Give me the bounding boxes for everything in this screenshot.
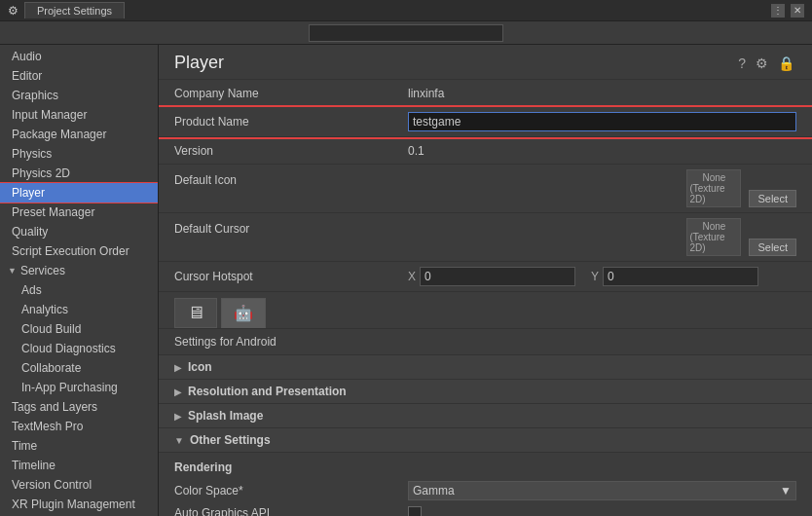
default-cursor-none-text: None bbox=[702, 221, 725, 232]
title-tab[interactable]: Project Settings bbox=[24, 2, 125, 18]
color-space-dropdown[interactable]: Gamma ▼ bbox=[408, 481, 796, 500]
hotspot-y-group: Y bbox=[591, 267, 758, 286]
sidebar-item-quality[interactable]: Quality bbox=[0, 222, 158, 241]
platform-tab-android[interactable]: 🤖 bbox=[221, 298, 266, 328]
platform-tabs: 🖥 🤖 bbox=[159, 292, 812, 329]
auto-graphics-checkbox[interactable] bbox=[408, 506, 422, 516]
color-space-value: Gamma bbox=[413, 484, 455, 498]
settings-icon-button[interactable]: ⚙ bbox=[754, 55, 770, 71]
sidebar-item-analytics[interactable]: Analytics bbox=[0, 300, 158, 319]
main-layout: Audio Editor Graphics Input Manager Pack… bbox=[0, 45, 812, 516]
sidebar-item-editor[interactable]: Editor bbox=[0, 66, 158, 86]
sidebar-group-services-label: Services bbox=[20, 264, 65, 277]
hotspot-y-label: Y bbox=[591, 270, 599, 283]
default-cursor-select-button[interactable]: Select bbox=[749, 239, 796, 256]
sidebar: Audio Editor Graphics Input Manager Pack… bbox=[0, 45, 159, 516]
sidebar-item-physics[interactable]: Physics bbox=[0, 144, 158, 164]
unity-settings-icon: ⚙ bbox=[8, 4, 18, 18]
lock-icon-button[interactable]: 🔒 bbox=[776, 55, 796, 71]
sidebar-item-ads[interactable]: Ads bbox=[0, 280, 158, 300]
dropdown-arrow: ▼ bbox=[780, 484, 792, 498]
sidebar-item-textmesh-pro[interactable]: TextMesh Pro bbox=[0, 417, 158, 436]
default-icon-label: Default Icon bbox=[174, 169, 408, 187]
cursor-hotspot-row: Cursor Hotspot X Y bbox=[159, 262, 812, 292]
sidebar-item-cloud-build[interactable]: Cloud Build bbox=[0, 319, 158, 339]
monitor-icon: 🖥 bbox=[187, 303, 204, 323]
default-icon-row: Default Icon None (Texture 2D) Select bbox=[159, 165, 812, 213]
other-section-triangle: ▼ bbox=[174, 435, 184, 446]
resolution-section-triangle: ▶ bbox=[174, 387, 182, 397]
default-icon-none-text: None bbox=[702, 172, 725, 183]
version-value: 0.1 bbox=[408, 144, 796, 158]
default-cursor-row: Default Cursor None (Texture 2D) Select bbox=[159, 213, 812, 262]
sidebar-group-services[interactable]: ▼ Services bbox=[0, 261, 158, 280]
cursor-hotspot-label: Cursor Hotspot bbox=[174, 270, 408, 283]
sidebar-item-physics-2d[interactable]: Physics 2D bbox=[0, 164, 158, 183]
rendering-section: Rendering Color Space* Gamma ▼ Auto Grap… bbox=[159, 453, 812, 516]
icon-section-title: Icon bbox=[188, 360, 212, 374]
section-other-settings[interactable]: ▼ Other Settings bbox=[159, 428, 812, 453]
hotspot-x-group: X bbox=[408, 267, 575, 286]
color-space-label: Color Space* bbox=[174, 484, 408, 498]
search-input[interactable] bbox=[309, 24, 503, 42]
rendering-title: Rendering bbox=[174, 457, 796, 478]
sidebar-item-graphics[interactable]: Graphics bbox=[0, 86, 158, 105]
sidebar-item-cloud-diagnostics[interactable]: Cloud Diagnostics bbox=[0, 339, 158, 358]
other-section-title: Other Settings bbox=[190, 433, 271, 447]
sidebar-item-player[interactable]: Player bbox=[0, 183, 158, 203]
default-cursor-content: None (Texture 2D) Select bbox=[408, 218, 796, 256]
page-title: Player bbox=[174, 53, 224, 73]
search-bar bbox=[0, 21, 812, 45]
default-icon-select-button[interactable]: Select bbox=[749, 190, 796, 207]
sidebar-item-preset-manager[interactable]: Preset Manager bbox=[0, 203, 158, 222]
sidebar-item-version-control[interactable]: Version Control bbox=[0, 475, 158, 495]
default-cursor-texture2d-text: (Texture 2D) bbox=[689, 232, 738, 253]
section-icon[interactable]: ▶ Icon bbox=[159, 355, 812, 380]
sidebar-item-xr-plugin-management[interactable]: XR Plugin Management bbox=[0, 495, 158, 514]
sidebar-item-tags-and-layers[interactable]: Tags and Layers bbox=[0, 397, 158, 417]
company-name-label: Company Name bbox=[174, 87, 408, 100]
auto-graphics-label: Auto Graphics API bbox=[174, 506, 408, 516]
window-controls: ⋮ ✕ bbox=[771, 4, 804, 18]
section-resolution[interactable]: ▶ Resolution and Presentation bbox=[159, 380, 812, 404]
default-icon-texture2d-text: (Texture 2D) bbox=[689, 183, 738, 204]
content-area: Player ? ⚙ 🔒 Company Name linxinfa Produ… bbox=[159, 45, 812, 516]
company-name-value: linxinfa bbox=[408, 87, 796, 100]
sidebar-item-package-manager[interactable]: Package Manager bbox=[0, 125, 158, 144]
sidebar-item-collaborate[interactable]: Collaborate bbox=[0, 358, 158, 378]
content-header: Player ? ⚙ 🔒 bbox=[159, 45, 812, 80]
hotspot-y-input[interactable] bbox=[603, 267, 758, 286]
icon-section-triangle: ▶ bbox=[174, 362, 182, 373]
close-button[interactable]: ✕ bbox=[791, 4, 804, 18]
sidebar-item-audio[interactable]: Audio bbox=[0, 47, 158, 66]
default-cursor-texture-box: None (Texture 2D) bbox=[686, 218, 741, 256]
android-icon: 🤖 bbox=[234, 304, 253, 322]
help-icon-button[interactable]: ? bbox=[736, 55, 748, 71]
product-name-row: Product Name bbox=[159, 107, 812, 137]
color-space-row: Color Space* Gamma ▼ bbox=[174, 478, 796, 503]
header-icons: ? ⚙ 🔒 bbox=[736, 55, 796, 71]
sidebar-item-in-app-purchasing[interactable]: In-App Purchasing bbox=[0, 378, 158, 397]
default-cursor-label: Default Cursor bbox=[174, 218, 408, 236]
hotspot-x-label: X bbox=[408, 270, 416, 283]
default-icon-texture-box: None (Texture 2D) bbox=[686, 169, 741, 207]
sidebar-item-time[interactable]: Time bbox=[0, 436, 158, 456]
menu-button[interactable]: ⋮ bbox=[771, 4, 785, 18]
product-name-input[interactable] bbox=[408, 112, 796, 131]
title-bar: ⚙ Project Settings ⋮ ✕ bbox=[0, 0, 812, 21]
sidebar-item-input-manager[interactable]: Input Manager bbox=[0, 105, 158, 125]
version-label: Version bbox=[174, 144, 408, 158]
section-splash[interactable]: ▶ Splash Image bbox=[159, 404, 812, 428]
settings-for-android-label: Settings for Android bbox=[159, 329, 812, 355]
platform-tab-desktop[interactable]: 🖥 bbox=[174, 298, 217, 328]
services-triangle: ▼ bbox=[8, 266, 17, 276]
product-name-label: Product Name bbox=[174, 115, 408, 129]
splash-section-title: Splash Image bbox=[188, 409, 263, 423]
hotspot-x-input[interactable] bbox=[420, 267, 575, 286]
auto-graphics-row: Auto Graphics API bbox=[174, 503, 796, 516]
resolution-section-title: Resolution and Presentation bbox=[188, 385, 347, 398]
version-row: Version 0.1 bbox=[159, 137, 812, 165]
company-name-row: Company Name linxinfa bbox=[159, 80, 812, 107]
sidebar-item-timeline[interactable]: Timeline bbox=[0, 456, 158, 475]
sidebar-item-script-execution-order[interactable]: Script Execution Order bbox=[0, 241, 158, 261]
